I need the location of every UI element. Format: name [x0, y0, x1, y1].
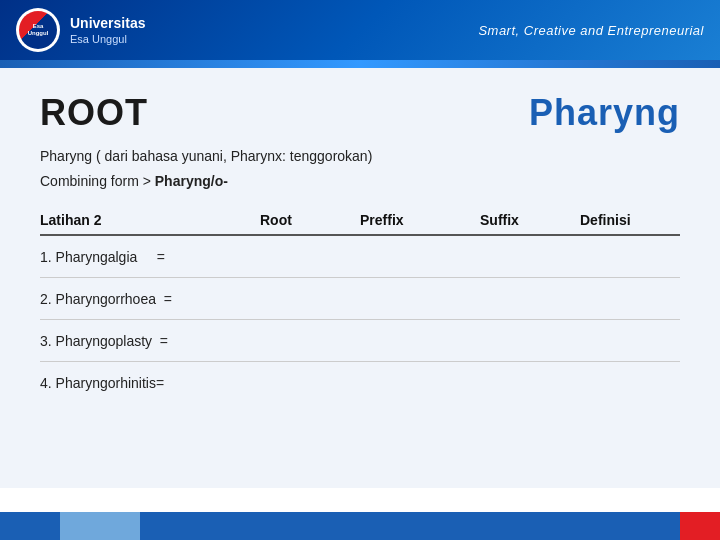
table-row: 4. Pharyngorhinitis= — [40, 362, 680, 404]
main-content: ROOT Pharyng Pharyng ( dari bahasa yunan… — [0, 68, 720, 488]
table-row: 1. Pharyngalgia = — [40, 236, 680, 278]
description-line2: Combining form > Pharyng/o- — [40, 169, 680, 194]
logo-area: EsaUnggul UniversitasEsa Unggul — [16, 8, 145, 52]
sub-header-bar — [0, 60, 720, 68]
col-preffix: Preffix — [360, 212, 480, 228]
header-tagline: Smart, Creative and Entrepreneurial — [478, 23, 704, 38]
footer-accent-bar — [680, 512, 720, 540]
description: Pharyng ( dari bahasa yunani, Pharynx: t… — [40, 144, 680, 194]
description-line1: Pharyng ( dari bahasa yunani, Pharynx: t… — [40, 144, 680, 169]
footer-mid-bar — [60, 512, 140, 540]
footer-right-bar — [140, 512, 680, 540]
col-latihan: Latihan 2 — [40, 212, 260, 228]
row2-term: 2. Pharyngorrhoea = — [40, 291, 260, 307]
table-rows: 1. Pharyngalgia = 2. Pharyngorrhoea = 3.… — [40, 236, 680, 404]
logo-inner: EsaUnggul — [19, 11, 57, 49]
row1-term: 1. Pharyngalgia = — [40, 249, 260, 265]
footer — [0, 512, 720, 540]
description-line2-prefix: Combining form > — [40, 173, 155, 189]
table-row: 3. Pharyngoplasty = — [40, 320, 680, 362]
root-title: ROOT — [40, 92, 148, 134]
row3-term: 3. Pharyngoplasty = — [40, 333, 260, 349]
header: EsaUnggul UniversitasEsa Unggul Smart, C… — [0, 0, 720, 60]
col-definisi: Definisi — [580, 212, 700, 228]
row4-term: 4. Pharyngorhinitis= — [40, 375, 260, 391]
pharyng-title: Pharyng — [529, 92, 680, 134]
footer-left-bar — [0, 512, 60, 540]
logo-text: EsaUnggul — [28, 23, 49, 36]
table-row: 2. Pharyngorrhoea = — [40, 278, 680, 320]
col-root: Root — [260, 212, 360, 228]
university-name: UniversitasEsa Unggul — [70, 14, 145, 46]
title-row: ROOT Pharyng — [40, 92, 680, 134]
table-header: Latihan 2 Root Preffix Suffix Definisi — [40, 212, 680, 236]
description-line2-bold: Pharyng/o- — [155, 173, 228, 189]
logo-circle: EsaUnggul — [16, 8, 60, 52]
col-suffix: Suffix — [480, 212, 580, 228]
